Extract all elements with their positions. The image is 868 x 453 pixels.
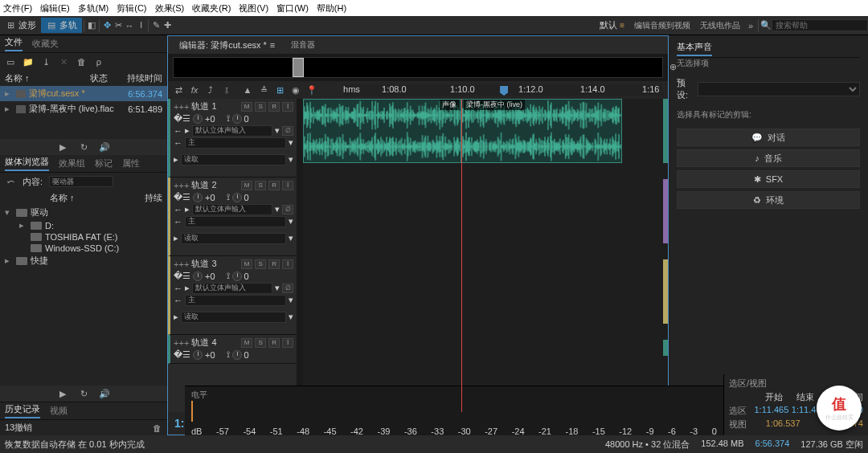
- tab-media-browser[interactable]: 媒体浏览器: [5, 156, 49, 171]
- menu-view[interactable]: 视图(V): [239, 2, 268, 14]
- filter-icon[interactable]: ρ: [93, 56, 104, 67]
- track-m-button[interactable]: M: [241, 338, 252, 348]
- editor-tab-mixer[interactable]: 混音器: [285, 38, 321, 52]
- browser-play-icon[interactable]: ▶: [57, 388, 68, 399]
- play-preview-icon[interactable]: ▶: [57, 141, 68, 153]
- timeline-area[interactable]: 声像 梁博-黑夜中 (live): [303, 99, 668, 412]
- menu-clip[interactable]: 剪辑(C): [117, 2, 146, 14]
- overview-handle[interactable]: [293, 58, 304, 77]
- track-input-select[interactable]: 默认立体声输入: [192, 204, 272, 215]
- volume-knob[interactable]: [193, 114, 203, 124]
- multitrack-mode-button[interactable]: ▤多轨: [41, 18, 82, 33]
- browser-loop-icon[interactable]: ↻: [78, 388, 89, 399]
- heal-tool-icon[interactable]: ✚: [162, 20, 173, 31]
- drive-select[interactable]: 驱动器: [49, 176, 113, 187]
- menu-favorites[interactable]: 收藏夹(R): [192, 2, 231, 14]
- assign-音乐-button[interactable]: ♪音乐: [677, 149, 860, 167]
- pan-knob[interactable]: [232, 350, 242, 360]
- track-bus-select[interactable]: 主: [185, 137, 286, 149]
- new-file-icon[interactable]: ▭: [5, 56, 16, 67]
- tab-files[interactable]: 文件: [5, 36, 23, 51]
- assign-环境-button[interactable]: ♻环境: [677, 191, 860, 209]
- pan-knob[interactable]: [232, 114, 242, 124]
- tool-loop-icon[interactable]: ⇄: [173, 84, 184, 96]
- track-bus-select[interactable]: 主: [185, 216, 286, 227]
- col-status[interactable]: 状态: [90, 72, 122, 84]
- track-arm-button[interactable]: Ⅰ: [282, 338, 293, 348]
- move-tool-icon[interactable]: ✥: [101, 20, 113, 31]
- browser-back-icon[interactable]: ⤺: [5, 176, 16, 187]
- overview-navigator[interactable]: ⊕: [173, 57, 663, 78]
- track-header[interactable]: +++轨道 4MSRⅠ�☰+0⟟0: [168, 335, 297, 364]
- track-header[interactable]: +++轨道 2MSRⅠ�☰+0⟟0←▸默认立体声输入▾∅←主▾▸读取▾: [168, 178, 297, 256]
- menu-window[interactable]: 窗口(W): [276, 2, 309, 14]
- time-ruler[interactable]: hms 1:08.0 1:10.0 1:12.0 1:14.0 1:16: [343, 84, 663, 96]
- drive-row[interactable]: ▾驱动: [0, 206, 167, 219]
- editor-tab-session[interactable]: 编辑器: 梁博cut.sesx *≡: [173, 38, 281, 53]
- assign-对话-button[interactable]: 💬对话: [677, 129, 860, 146]
- tool-marker-icon[interactable]: ◉: [290, 84, 301, 96]
- track-arm-button[interactable]: Ⅰ: [282, 181, 293, 190]
- loop-preview-icon[interactable]: ↻: [78, 141, 89, 153]
- tab-menu-icon[interactable]: ≡: [270, 40, 275, 50]
- tool-fx-icon[interactable]: fx: [189, 84, 200, 96]
- workspace-edit-av[interactable]: 编辑音频到视频: [629, 18, 695, 33]
- spectral-toggle-icon[interactable]: ◧: [86, 20, 97, 31]
- pan-knob[interactable]: [232, 193, 242, 202]
- track-m-button[interactable]: M: [241, 102, 252, 112]
- drive-row[interactable]: ▸D:: [0, 219, 167, 231]
- tool-ripple-icon[interactable]: ≙: [258, 84, 269, 96]
- workspace-radio[interactable]: 无线电作品: [695, 18, 745, 33]
- track-r-button[interactable]: R: [268, 338, 280, 348]
- browser-col-duration[interactable]: 持续: [145, 192, 162, 204]
- menu-effects[interactable]: 效果(S): [155, 2, 185, 14]
- track-header[interactable]: +++轨道 3MSRⅠ�☰+0⟟0←▸默认立体声输入▾∅←主▾▸读取▾: [168, 256, 297, 335]
- drive-row[interactable]: ▸快捷: [0, 254, 167, 267]
- brush-tool-icon[interactable]: ✎: [150, 20, 162, 31]
- track-header[interactable]: +++轨道 1MSRⅠ�☰+0⟟0←▸默认立体声输入▾∅←主▾▸读取▾: [168, 99, 297, 178]
- browser-vol-icon[interactable]: 🔊: [99, 388, 110, 399]
- close-file-icon[interactable]: ✕: [58, 56, 69, 67]
- track-m-button[interactable]: M: [241, 259, 252, 269]
- tool-pin-icon[interactable]: 📍: [306, 84, 317, 96]
- history-trash-icon[interactable]: 🗑: [151, 422, 162, 434]
- playhead-marker[interactable]: [500, 86, 508, 96]
- track-s-button[interactable]: S: [255, 338, 266, 348]
- menu-help[interactable]: 帮助(H): [317, 2, 346, 14]
- open-file-icon[interactable]: 📁: [23, 56, 34, 67]
- tab-markers[interactable]: 标记: [95, 157, 113, 169]
- help-search-input[interactable]: [772, 19, 868, 31]
- track-input-select[interactable]: 默认立体声输入: [192, 125, 272, 137]
- file-row[interactable]: ▸梁博-黑夜中 (live).flac6:51.489: [0, 101, 167, 116]
- tool-snap-icon[interactable]: ▲: [242, 84, 253, 96]
- trash-icon[interactable]: 🗑: [76, 56, 87, 67]
- history-item[interactable]: 13撤销🗑: [0, 420, 167, 435]
- assign-SFX-button[interactable]: ✱SFX: [677, 170, 860, 188]
- menu-file[interactable]: 文件(F): [3, 2, 32, 14]
- track-r-button[interactable]: R: [268, 102, 280, 112]
- tab-history[interactable]: 历史记录: [5, 403, 40, 418]
- track-m-button[interactable]: M: [241, 181, 252, 190]
- file-row[interactable]: ▸梁博cut.sesx *6:56.374: [0, 86, 167, 101]
- tab-essential-sound[interactable]: 基本声音: [677, 41, 712, 56]
- volume-knob[interactable]: [193, 350, 203, 360]
- workspace-default[interactable]: 默认 ≡: [595, 18, 629, 33]
- menu-edit[interactable]: 编辑(E): [40, 2, 70, 14]
- waveform-mode-button[interactable]: ⊞波形: [0, 18, 41, 33]
- tool-eq-icon[interactable]: ⫱: [221, 84, 232, 96]
- track-arm-button[interactable]: Ⅰ: [282, 102, 293, 112]
- tool-grid-icon[interactable]: ⊞: [274, 84, 285, 96]
- track-s-button[interactable]: S: [255, 181, 266, 190]
- track-s-button[interactable]: S: [255, 102, 266, 112]
- drive-row[interactable]: Windows-SSD (C:): [0, 243, 167, 254]
- track-r-button[interactable]: R: [268, 181, 280, 190]
- track-automation-select[interactable]: 读取: [181, 154, 286, 165]
- col-duration[interactable]: 持续时间: [122, 72, 162, 84]
- import-icon[interactable]: ⤓: [40, 56, 51, 67]
- playhead[interactable]: [461, 99, 462, 412]
- track-r-button[interactable]: R: [268, 259, 280, 269]
- tab-effects-rack[interactable]: 效果组: [59, 157, 85, 169]
- workspace-more-icon[interactable]: »: [745, 20, 756, 31]
- zoom-full-icon[interactable]: ⊕: [667, 61, 678, 72]
- tab-favorites[interactable]: 收藏夹: [32, 38, 59, 50]
